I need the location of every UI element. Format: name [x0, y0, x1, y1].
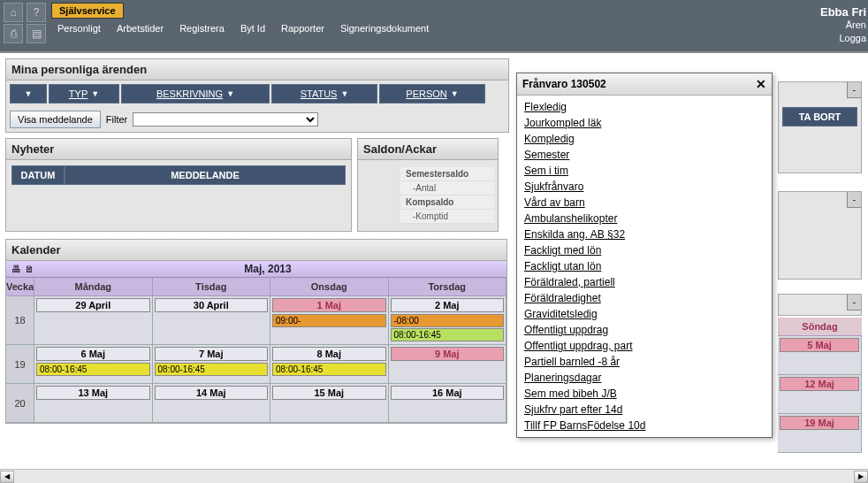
cal-head: Vecka	[6, 278, 34, 296]
col-datum[interactable]: DATUM	[11, 165, 65, 185]
saldon-row: -Antal	[400, 181, 494, 196]
print-icon[interactable]: ⎙	[4, 24, 23, 43]
cal-event[interactable]: 08:00-16:45	[155, 363, 269, 376]
popup-item[interactable]: Jourkompled läk	[524, 115, 765, 131]
menu-bytid[interactable]: Byt Id	[234, 20, 271, 36]
right-gap-panel3: -	[778, 294, 862, 316]
filter-select[interactable]	[133, 112, 318, 126]
popup-item[interactable]: Partiell barnled -8 år	[524, 354, 765, 370]
help-icon[interactable]: ?	[27, 3, 46, 22]
cal-cell[interactable]: 14 Maj	[153, 384, 271, 423]
menu-rapporter[interactable]: Rapporter	[275, 20, 331, 36]
errands-expand[interactable]: ▼	[10, 84, 47, 104]
user-line2[interactable]: Logga	[820, 32, 866, 45]
cal-cell[interactable]: 30 April	[153, 296, 271, 345]
popup-item[interactable]: Kompledig	[524, 131, 765, 147]
minimize-icon[interactable]: -	[847, 82, 861, 98]
cal-doc-icon[interactable]: 🗎	[25, 264, 34, 274]
home-icon[interactable]: ⌂	[4, 3, 23, 22]
menu-registrera[interactable]: Registrera	[173, 20, 231, 36]
cal-date: 16 Maj	[391, 386, 505, 400]
cal-cell-sun[interactable]: 5 Maj	[778, 336, 862, 375]
popup-item[interactable]: Offentligt uppdrag	[524, 322, 765, 338]
menu-arbetstider[interactable]: Arbetstider	[110, 20, 170, 36]
cal-date: 5 Maj	[780, 338, 859, 352]
col-person[interactable]: PERSON▼	[379, 84, 485, 104]
popup-item[interactable]: Sem med bibeh J/B	[524, 386, 765, 402]
popup-item[interactable]: Sem i tim	[524, 163, 765, 179]
cal-cell[interactable]: 9 Maj	[389, 345, 507, 384]
scroll-left-icon[interactable]: ◀	[0, 471, 14, 483]
menu-signering[interactable]: Signeringsdokument	[334, 20, 435, 36]
popup-item[interactable]: Graviditetsledig	[524, 306, 765, 322]
cal-head: Torsdag	[389, 278, 507, 296]
cal-cell[interactable]: 8 Maj08:00-16:45	[270, 345, 389, 384]
cal-cell[interactable]: 16 Maj	[389, 384, 507, 423]
kalender-title: Kalender	[6, 240, 506, 261]
selfservice-tab[interactable]: Självservice	[51, 3, 124, 19]
col-status[interactable]: STATUS▼	[271, 84, 377, 104]
cal-date: 19 Maj	[780, 416, 859, 430]
cal-event[interactable]: 08:00-16:45	[272, 363, 386, 376]
popup-item[interactable]: Flexledig	[524, 99, 765, 115]
errands-title: Mina personliga ärenden	[6, 59, 508, 80]
popup-item[interactable]: Vård av barn	[524, 195, 765, 211]
cal-cell[interactable]: 2 Maj-08:0008:00-16:45	[389, 296, 507, 345]
scroll-right-icon[interactable]: ▶	[854, 471, 868, 483]
popup-item[interactable]: Enskilda ang. AB §32	[524, 226, 765, 242]
minimize-icon[interactable]: -	[847, 295, 861, 310]
popup-item[interactable]: Ambulanshelikopter	[524, 211, 765, 226]
popup-item[interactable]: Föräldraled, partiell	[524, 274, 765, 290]
cal-cell[interactable]: 7 Maj08:00-16:45	[153, 345, 271, 384]
popup-item[interactable]: Planeringsdagar	[524, 370, 765, 386]
visa-meddelande-button[interactable]: Visa meddelande	[10, 111, 101, 128]
cal-date: 30 April	[155, 298, 269, 312]
col-beskrivning[interactable]: BESKRIVNING▼	[121, 84, 270, 104]
cal-cell[interactable]: 1 Maj09:00-	[270, 296, 389, 345]
cal-event[interactable]: -08:00	[391, 314, 505, 327]
popup-item[interactable]: Fackligt utan lön	[524, 258, 765, 274]
saldon-row: Semestersaldo	[400, 167, 494, 181]
cal-cell[interactable]: 15 Maj	[270, 384, 389, 423]
user-block: Ebba Fri Ären Logga	[820, 5, 868, 45]
top-bar: ⌂ ⎙ ? ▤ Självservice Personligt Arbetsti…	[0, 0, 868, 51]
popup-item[interactable]: Semester	[524, 147, 765, 163]
errands-panel: Mina personliga ärenden ▼ TYP▼ BESKRIVNI…	[5, 58, 509, 133]
cal-print-icon[interactable]: 🖶	[11, 264, 21, 274]
popup-item[interactable]: Föräldraledighet	[524, 290, 765, 306]
cal-date: 9 Maj	[391, 347, 505, 361]
cal-week-num: 18	[6, 296, 34, 345]
cal-event[interactable]: 09:00-	[272, 314, 386, 327]
ta-bort-header[interactable]: TA BORT	[782, 107, 857, 126]
cal-cell[interactable]: 13 Maj	[34, 384, 153, 423]
close-icon[interactable]: ✕	[756, 77, 766, 91]
bottom-scrollbar[interactable]: ◀ ▶	[0, 469, 868, 483]
cal-date: 29 April	[36, 298, 150, 312]
cal-event[interactable]: 08:00-16:45	[391, 328, 505, 341]
popup-item[interactable]: Sjukfrv part efter 14d	[524, 402, 765, 418]
cal-date: 7 Maj	[155, 347, 269, 361]
kalender-panel: Kalender 🖶 🗎 Maj, 2013 VeckaMåndagTisdag…	[5, 239, 507, 424]
popup-item[interactable]: Tillf FP BarnsFödelse 10d	[524, 418, 765, 433]
cal-date: 13 Maj	[36, 386, 150, 400]
col-typ[interactable]: TYP▼	[49, 84, 119, 104]
cal-cell-sun[interactable]: 19 Maj	[778, 414, 862, 453]
minimize-icon[interactable]: -	[847, 192, 861, 208]
page-icon[interactable]: ▤	[27, 24, 46, 43]
popup-item[interactable]: Fackligt med lön	[524, 242, 765, 258]
menu-personligt[interactable]: Personligt	[51, 20, 107, 36]
cal-cell-sun[interactable]: 12 Maj	[778, 375, 862, 414]
cal-cell[interactable]: 29 April	[34, 296, 153, 345]
col-meddelande[interactable]: MEDDELANDE	[65, 165, 346, 185]
cal-month-label: Maj, 2013	[34, 263, 501, 275]
cal-event[interactable]: 08:00-16:45	[36, 363, 150, 376]
cal-cell[interactable]: 6 Maj08:00-16:45	[34, 345, 153, 384]
cal-week-num: 20	[6, 384, 34, 423]
popup-item[interactable]: Sjukfrånvaro	[524, 179, 765, 195]
user-line1[interactable]: Ären	[820, 19, 866, 32]
saldon-title: Saldon/Ackar	[358, 139, 498, 160]
popup-body: FlexledigJourkompled läkKompledigSemeste…	[517, 96, 772, 437]
popup-item[interactable]: Offentligt uppdrag, part	[524, 338, 765, 354]
cal-head: Tisdag	[153, 278, 271, 296]
saldon-panel: Saldon/Ackar Semestersaldo -Antal Kompsa…	[357, 138, 499, 232]
